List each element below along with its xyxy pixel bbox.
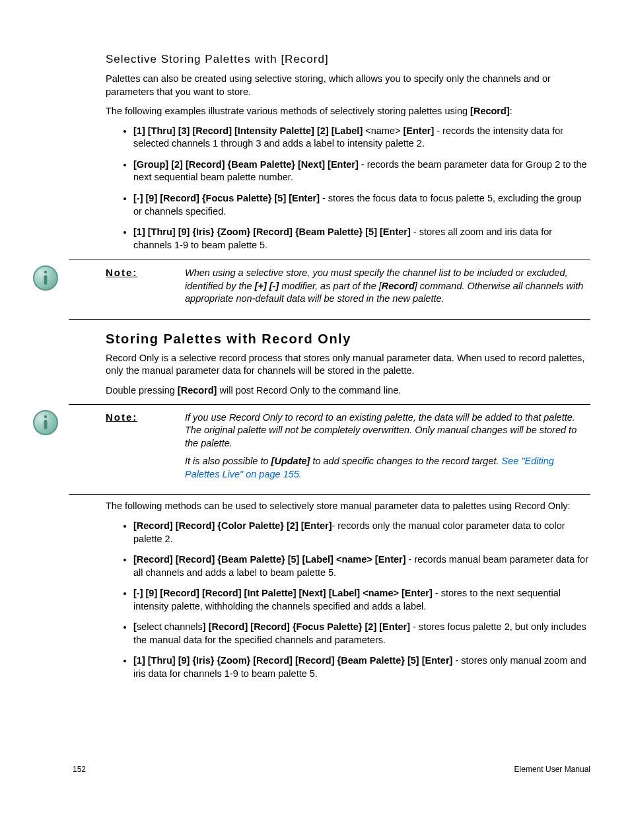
command-text: [1] [Thru] [9] {Iris} {Zoom} [Record] [R… bbox=[133, 655, 452, 666]
list-item: [Record] [Record] {Beam Palette} [5] [La… bbox=[133, 553, 590, 579]
note-label: Note: bbox=[106, 267, 185, 278]
svg-rect-2 bbox=[44, 275, 48, 285]
svg-point-1 bbox=[44, 271, 47, 273]
info-icon bbox=[32, 409, 59, 437]
list-item: [Group] [2] [Record] {Beam Palette} [Nex… bbox=[133, 158, 590, 184]
heading-storing-record-only: Storing Palettes with Record Only bbox=[106, 332, 590, 347]
command-text: [1] [Thru] [3] [Record] [Intensity Palet… bbox=[133, 125, 365, 136]
svg-point-4 bbox=[44, 415, 47, 417]
text: will post Record Only to the command lin… bbox=[217, 385, 401, 396]
text: select channels bbox=[137, 621, 203, 632]
command-text: ] [Record] [Record] {Focus Palette} [2] … bbox=[203, 621, 410, 632]
list-item: [1] [Thru] [3] [Record] [Intensity Palet… bbox=[133, 125, 590, 151]
note-label: Note: bbox=[106, 411, 185, 423]
text: to add specific changes to the record ta… bbox=[310, 456, 501, 466]
command-text: [-] [9] [Record] {Focus Palette} [5] [En… bbox=[133, 193, 320, 203]
list-item: [-] [9] [Record] [Record] [Int Palette] … bbox=[133, 587, 590, 613]
text-bold: [+] [-] bbox=[255, 281, 279, 291]
text: If you use Record Only to record to an e… bbox=[185, 411, 590, 450]
text-bold: Record bbox=[382, 281, 415, 291]
manual-title: Element User Manual bbox=[514, 765, 590, 774]
paragraph: Double pressing [Record] will post Recor… bbox=[106, 384, 590, 398]
svg-rect-5 bbox=[44, 420, 48, 429]
text-bold: [Record] bbox=[178, 385, 217, 396]
text: <name> bbox=[365, 125, 403, 136]
paragraph: The following methods can be used to sel… bbox=[106, 500, 590, 513]
bullet-list: [Record] [Record] {Color Palette} [2] [E… bbox=[106, 520, 590, 681]
paragraph: Record Only is a selective record proces… bbox=[106, 352, 590, 378]
list-item: [select channels] [Record] [Record] {Foc… bbox=[133, 621, 590, 647]
note-body: When using a selective store, you must s… bbox=[185, 267, 590, 311]
bullet-list: [1] [Thru] [3] [Record] [Intensity Palet… bbox=[106, 125, 590, 252]
command-text: [Enter] bbox=[403, 125, 435, 136]
command-text: [-] [9] [Record] [Record] [Int Palette] … bbox=[133, 588, 433, 598]
text: Double pressing bbox=[106, 385, 178, 396]
list-item: [-] [9] [Record] {Focus Palette} [5] [En… bbox=[133, 192, 590, 218]
text: modifier, as part of the [ bbox=[279, 281, 382, 291]
command-text: [Record] [Record] {Color Palette} [2] [E… bbox=[133, 520, 332, 531]
note-body: If you use Record Only to record to an e… bbox=[185, 411, 590, 487]
page-footer: 152 Element User Manual bbox=[73, 765, 590, 774]
note-block: Note: When using a selective store, you … bbox=[69, 260, 590, 320]
text: It is also possible to bbox=[185, 456, 271, 466]
list-item: [1] [Thru] [9] {Iris} {Zoom} [Record] [R… bbox=[133, 654, 590, 680]
info-icon bbox=[32, 264, 59, 292]
command-text: [Record] [Record] {Beam Palette} [5] [La… bbox=[133, 554, 406, 565]
command-text: [1] [Thru] [9] {Iris} {Zoom} [Record] {B… bbox=[133, 227, 411, 237]
text: : bbox=[510, 106, 512, 116]
paragraph: Palettes can also be created using selec… bbox=[106, 73, 590, 98]
note-block: Note: If you use Record Only to record t… bbox=[69, 404, 590, 495]
command-text: [Group] [2] [Record] {Beam Palette} [Nex… bbox=[133, 159, 359, 170]
paragraph: The following examples illustrate variou… bbox=[106, 105, 590, 118]
list-item: [1] [Thru] [9] {Iris} {Zoom} [Record] {B… bbox=[133, 226, 590, 252]
text-bold: [Record] bbox=[470, 106, 510, 116]
text-bold: [Update] bbox=[271, 456, 310, 466]
text: The following examples illustrate variou… bbox=[106, 106, 470, 116]
subheading-selective-storing: Selective Storing Palettes with [Record] bbox=[106, 53, 590, 66]
list-item: [Record] [Record] {Color Palette} [2] [E… bbox=[133, 520, 590, 545]
page-number: 152 bbox=[73, 765, 86, 774]
